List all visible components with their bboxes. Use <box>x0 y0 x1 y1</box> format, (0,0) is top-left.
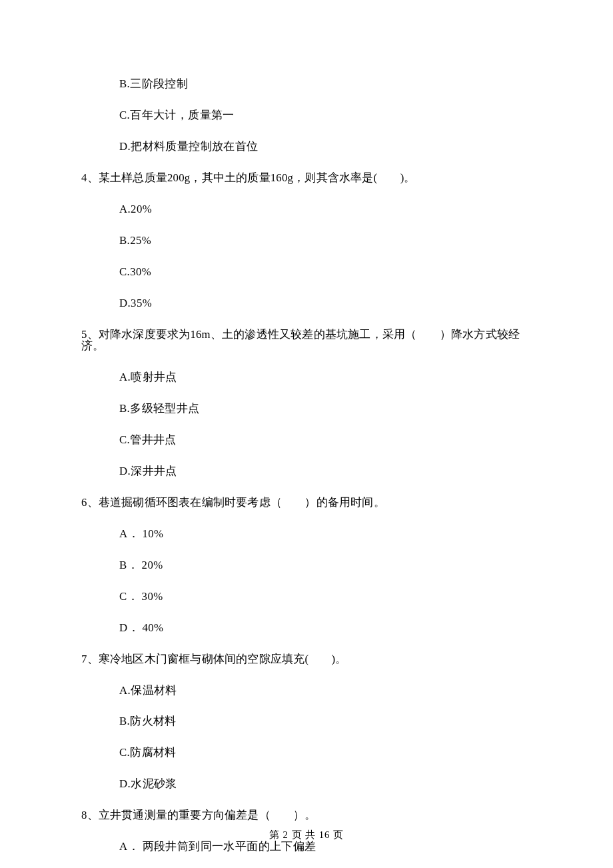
content-area: B.三阶段控制 C.百年大计，质量第一 D.把材料质量控制放在首位 4、某土样总… <box>81 79 534 868</box>
q6-option-a: A． 10% <box>81 529 534 540</box>
q4-option-b: B.25% <box>81 235 534 247</box>
q7-option-c: C.防腐材料 <box>81 747 534 759</box>
q4-prompt: 4、某土样总质量200g，其中土的质量160g，则其含水率是( )。 <box>81 173 534 184</box>
q7-option-a: A.保温材料 <box>81 685 534 697</box>
q7-option-b: B.防火材料 <box>81 716 534 727</box>
q6-prompt: 6、巷道掘砌循环图表在编制时要考虑（ ）的备用时间。 <box>81 497 534 509</box>
q5-option-c: C.管井井点 <box>81 435 534 446</box>
q4-option-d: D.35% <box>81 298 534 309</box>
q3-option-d: D.把材料质量控制放在首位 <box>81 141 534 153</box>
q6-option-c: C． 30% <box>81 591 534 603</box>
q5-option-d: D.深井井点 <box>81 466 534 477</box>
document-page: B.三阶段控制 C.百年大计，质量第一 D.把材料质量控制放在首位 4、某土样总… <box>0 0 613 868</box>
q7-prompt: 7、寒冷地区木门窗框与砌体间的空隙应填充( )。 <box>81 654 534 665</box>
page-footer: 第 2 页 共 16 页 <box>0 830 613 840</box>
q5-prompt: 5、对降水深度要求为16m、土的渗透性又较差的基坑施工，采用（ ）降水方式较经济… <box>81 329 534 352</box>
q6-option-b: B． 20% <box>81 560 534 571</box>
q8-prompt: 8、立井贯通测量的重要方向偏差是（ ）。 <box>81 810 534 821</box>
q4-option-c: C.30% <box>81 267 534 278</box>
q3-option-c: C.百年大计，质量第一 <box>81 110 534 121</box>
q5-option-a: A.喷射井点 <box>81 372 534 383</box>
q7-option-d: D.水泥砂浆 <box>81 779 534 790</box>
q3-option-b: B.三阶段控制 <box>81 79 534 90</box>
q8-option-a: A． 两段井筒到同一水平面的上下偏差 <box>81 841 534 853</box>
q5-option-b: B.多级轻型井点 <box>81 403 534 415</box>
q4-option-a: A.20% <box>81 204 534 215</box>
q6-option-d: D． 40% <box>81 623 534 634</box>
